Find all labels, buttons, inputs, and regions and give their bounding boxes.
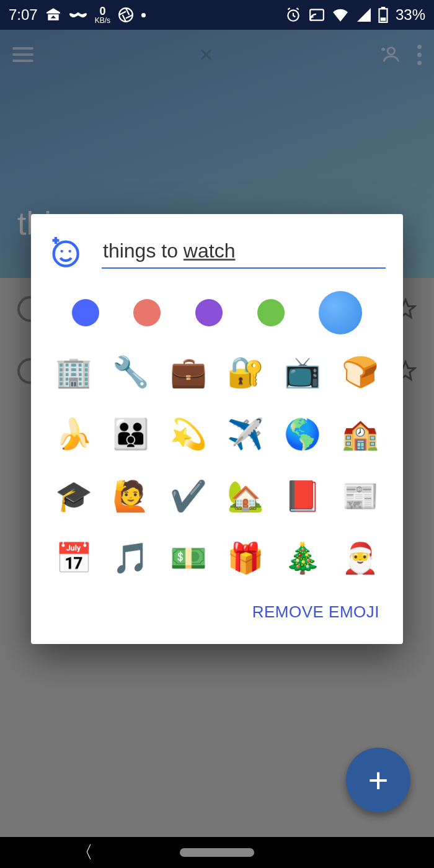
signal-icon [356,8,371,22]
emoji-banana[interactable]: 🍌 [55,415,92,452]
status-right: 33% [285,6,425,24]
edit-list-dialog: things to watch 🏢 🔧 💼 🔐 📺 🍞 🍌 👪 💫 ✈️ 🌎 🏫… [31,214,403,644]
emoji-graduation-cap[interactable]: 🎓 [55,477,92,514]
color-option-purple[interactable] [195,299,223,326]
emoji-notebook[interactable]: 📕 [284,477,321,514]
back-button[interactable]: 〈 [76,841,93,864]
emoji-globe[interactable]: 🌎 [284,415,321,452]
input-text: things to watch [103,239,235,262]
svg-rect-4 [381,7,386,9]
status-left: 7:07 0 KB/s [9,6,146,24]
svg-rect-5 [381,17,386,20]
emoji-gift[interactable]: 🎁 [227,539,264,576]
wifi-icon [332,8,348,22]
svg-point-9 [69,250,71,253]
emoji-office-building[interactable]: 🏢 [55,353,92,390]
color-option-coral[interactable] [133,299,161,326]
emoji-airplane[interactable]: ✈️ [227,415,264,452]
emoji-grid: 🏢 🔧 💼 🔐 📺 🍞 🍌 👪 💫 ✈️ 🌎 🏫 🎓 🙋 ✔️ 🏡 📕 📰 📅 … [48,353,386,576]
color-picker [55,291,379,334]
color-option-green[interactable] [257,299,285,326]
cast-icon [309,7,325,23]
list-name-input[interactable]: things to watch [102,237,386,269]
battery-icon [378,7,388,23]
emoji-check-mark[interactable]: ✔️ [170,477,207,514]
plus-icon: + [368,760,389,800]
color-option-sky-selected[interactable] [319,291,362,334]
emoji-wrench[interactable]: 🔧 [112,353,149,390]
svg-point-7 [54,242,78,266]
aperture-icon [118,7,134,23]
inbox-icon [45,7,61,23]
emoji-briefcase[interactable]: 💼 [170,353,207,390]
status-time: 7:07 [9,6,38,24]
emoji-music-note[interactable]: 🎵 [112,539,149,576]
battery-percent: 33% [396,6,425,24]
emoji-bread[interactable]: 🍞 [342,353,379,390]
alarm-icon [285,7,301,23]
add-fab[interactable]: + [346,748,410,812]
add-emoji-icon[interactable] [48,236,81,269]
system-nav-bar: 〈 [0,837,434,868]
svg-point-0 [119,8,133,22]
remove-emoji-button[interactable]: REMOVE EMOJI [246,595,386,629]
emoji-raising-hand[interactable]: 🙋 [112,477,149,514]
emoji-family[interactable]: 👪 [112,415,149,452]
emoji-calendar[interactable]: 📅 [55,539,92,576]
mustache-icon [69,10,87,20]
svg-point-8 [61,250,63,253]
color-option-blue[interactable] [72,299,99,326]
emoji-house-garden[interactable]: 🏡 [227,477,264,514]
emoji-money[interactable]: 💵 [170,539,207,576]
emoji-locked-key[interactable]: 🔐 [227,353,264,390]
home-pill[interactable] [180,848,254,857]
emoji-newspaper[interactable]: 📰 [342,477,379,514]
emoji-christmas-tree[interactable]: 🎄 [284,539,321,576]
emoji-dizzy-star[interactable]: 💫 [170,415,207,452]
dot-icon [141,13,146,17]
emoji-television[interactable]: 📺 [284,353,321,390]
emoji-school[interactable]: 🏫 [342,415,379,452]
speed-icon: 0 KB/s [95,6,110,24]
emoji-santa[interactable]: 🎅 [342,539,379,576]
status-bar: 7:07 0 KB/s 33% [0,0,434,30]
